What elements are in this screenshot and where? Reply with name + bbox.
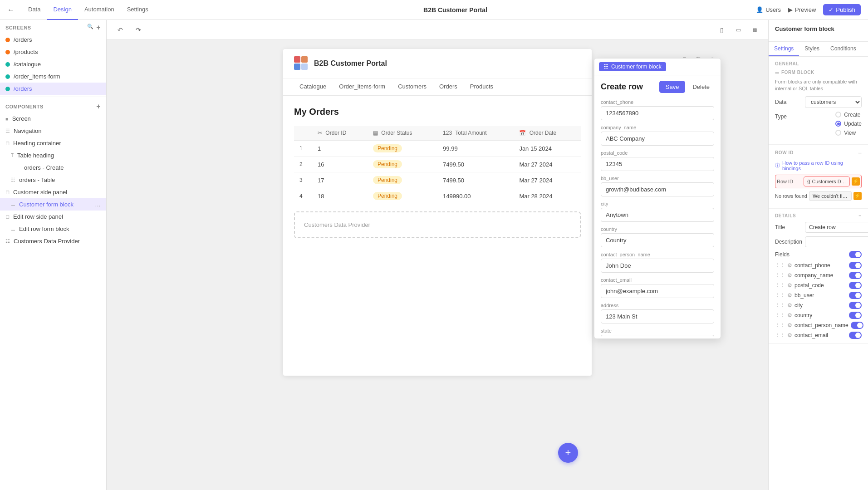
component-menu-icon[interactable]: … — [95, 201, 101, 208]
drag-handle[interactable]: ⋮⋮ — [775, 302, 785, 308]
field-toggle-contact-email[interactable] — [849, 332, 862, 339]
component-heading-container[interactable]: ◻ Heading container — [0, 137, 106, 149]
gear-icon[interactable]: ⚙ — [787, 312, 792, 318]
field-toggle-contact-person-name[interactable] — [851, 322, 863, 329]
table-row[interactable]: 1 1 Pending 99.99 Jan 15 2024 — [294, 140, 581, 157]
select-bb-user[interactable]: growth@budibase.com — [601, 182, 714, 196]
drag-handle[interactable]: ⋮⋮ — [775, 332, 785, 338]
radio-view[interactable]: View — [835, 130, 862, 136]
screen-order-items-form[interactable]: /order_items-form — [0, 70, 106, 83]
field-toggle-contact-phone[interactable] — [849, 262, 862, 269]
tab-design[interactable]: Design — [47, 0, 78, 20]
input-contact-phone[interactable] — [601, 106, 714, 120]
add-screen-button[interactable]: + — [96, 24, 101, 32]
row-status: Pending — [368, 172, 437, 188]
input-city[interactable] — [601, 208, 714, 222]
gear-icon[interactable]: ⚙ — [787, 292, 792, 299]
screen-orders-1[interactable]: /orders — [0, 34, 106, 46]
users-button[interactable]: 👤 Users — [756, 6, 781, 13]
field-row-postal-code: ⋮⋮ ⚙ postal_code — [775, 282, 862, 289]
field-toggle-city[interactable] — [849, 302, 862, 309]
nav-catalogue[interactable]: Catalogue — [294, 78, 332, 95]
field-toggle-country[interactable] — [849, 312, 862, 319]
field-row-contact-phone: ⋮⋮ ⚙ contact_phone — [775, 262, 862, 269]
row-id-collapse-button[interactable]: − — [858, 149, 862, 157]
component-orders-table[interactable]: ☷ orders - Table — [0, 174, 106, 186]
preview-button[interactable]: ▶ Preview — [788, 6, 816, 13]
component-customer-side-panel[interactable]: ◻ Customer side panel — [0, 186, 106, 198]
input-state[interactable] — [601, 335, 714, 338]
gear-icon[interactable]: ⚙ — [787, 302, 792, 309]
publish-button[interactable]: ✓ Publish — [823, 4, 861, 15]
component-edit-row-form-block[interactable]: ⚊ Edit row form block — [0, 223, 106, 235]
mobile-view-button[interactable]: ▩ — [748, 24, 761, 36]
input-contact-person-name[interactable] — [601, 259, 714, 273]
tablet-view-button[interactable]: ▭ — [732, 24, 745, 36]
drag-handle[interactable]: ⋮⋮ — [775, 282, 785, 288]
gear-icon[interactable]: ⚙ — [787, 272, 792, 279]
back-button[interactable]: ← — [7, 6, 15, 14]
tab-settings[interactable]: Settings — [769, 42, 799, 56]
row-status: Pending — [368, 140, 437, 157]
drag-handle[interactable]: ⋮⋮ — [775, 322, 785, 328]
drag-handle[interactable]: ⋮⋮ — [775, 272, 785, 278]
delete-row-button[interactable]: Delete — [688, 81, 714, 93]
nav-orders[interactable]: Orders — [434, 78, 463, 95]
search-screens-icon[interactable]: 🔍 — [87, 24, 94, 32]
nav-customers[interactable]: Customers — [392, 78, 432, 95]
input-postal-code[interactable] — [601, 157, 714, 171]
input-address[interactable] — [601, 309, 714, 323]
tab-conditions[interactable]: Conditions — [825, 42, 862, 56]
field-toggle-bb-user[interactable] — [849, 292, 862, 299]
undo-button[interactable]: ↶ — [114, 24, 127, 36]
no-rows-lightning-button[interactable]: ⚡ — [853, 192, 862, 200]
row-id-lightning-button[interactable]: ⚡ — [852, 177, 860, 186]
input-company-name[interactable] — [601, 132, 714, 146]
component-edit-row-side-panel[interactable]: ◻ Edit row side panel — [0, 211, 106, 223]
data-select[interactable]: customers — [805, 96, 862, 108]
component-customer-form-block[interactable]: ⚊ Customer form block … — [0, 198, 106, 211]
component-navigation[interactable]: ☰ Navigation — [0, 125, 106, 137]
screen-products[interactable]: /products — [0, 46, 106, 58]
input-country[interactable] — [601, 233, 714, 247]
component-screen[interactable]: ■ Screen — [0, 113, 106, 125]
table-row[interactable]: 3 17 Pending 7499.50 Mar 27 2024 — [294, 172, 581, 188]
field-toggle-company-name[interactable] — [849, 272, 862, 279]
radio-create[interactable]: Create — [835, 112, 862, 118]
add-component-button[interactable]: + — [96, 103, 101, 111]
gear-icon[interactable]: ⚙ — [787, 262, 792, 269]
tab-styles[interactable]: Styles — [799, 42, 825, 56]
radio-update[interactable]: Update — [835, 121, 862, 127]
field-row-country: ⋮⋮ ⚙ country — [775, 312, 862, 319]
save-row-button[interactable]: Save — [659, 81, 686, 93]
component-customers-data-provider[interactable]: ☷ Customers Data Provider — [0, 235, 106, 247]
row-status: Pending — [368, 157, 437, 172]
nav-products[interactable]: Products — [465, 78, 499, 95]
field-toggle-postal-code[interactable] — [849, 282, 862, 289]
component-orders-create[interactable]: ⚊ orders - Create — [0, 162, 106, 174]
tab-settings[interactable]: Settings — [121, 0, 155, 20]
gear-icon[interactable]: ⚙ — [787, 332, 792, 338]
tab-automation[interactable]: Automation — [78, 0, 121, 20]
drag-handle[interactable]: ⋮⋮ — [775, 262, 785, 268]
gear-icon[interactable]: ⚙ — [787, 322, 792, 328]
table-row[interactable]: 2 16 Pending 7499.50 Mar 27 2024 — [294, 157, 581, 172]
nav-order-items-form[interactable]: Order_items-form — [333, 78, 391, 95]
fab-add-button[interactable]: + — [558, 443, 578, 463]
drag-handle[interactable]: ⋮⋮ — [775, 312, 785, 318]
tab-data[interactable]: Data — [22, 0, 47, 20]
fields-toggle[interactable] — [849, 251, 862, 258]
drag-handle[interactable]: ⋮⋮ — [775, 292, 785, 298]
gear-icon[interactable]: ⚙ — [787, 282, 792, 289]
screen-orders-2[interactable]: /orders — [0, 83, 106, 95]
details-collapse-button[interactable]: − — [859, 213, 862, 218]
title-input[interactable] — [805, 222, 868, 233]
desktop-view-button[interactable]: ▯ — [716, 24, 728, 36]
redo-button[interactable]: ↷ — [132, 24, 145, 36]
row-id-help-link[interactable]: ⓘ How to pass a row ID using bindings — [775, 160, 862, 171]
component-table-heading[interactable]: T Table heading — [0, 149, 106, 162]
table-row[interactable]: 4 18 Pending 149990.00 Mar 28 2024 — [294, 188, 581, 204]
screen-catalogue[interactable]: /catalogue — [0, 58, 106, 70]
description-input[interactable] — [805, 236, 868, 247]
input-contact-email[interactable] — [601, 284, 714, 298]
